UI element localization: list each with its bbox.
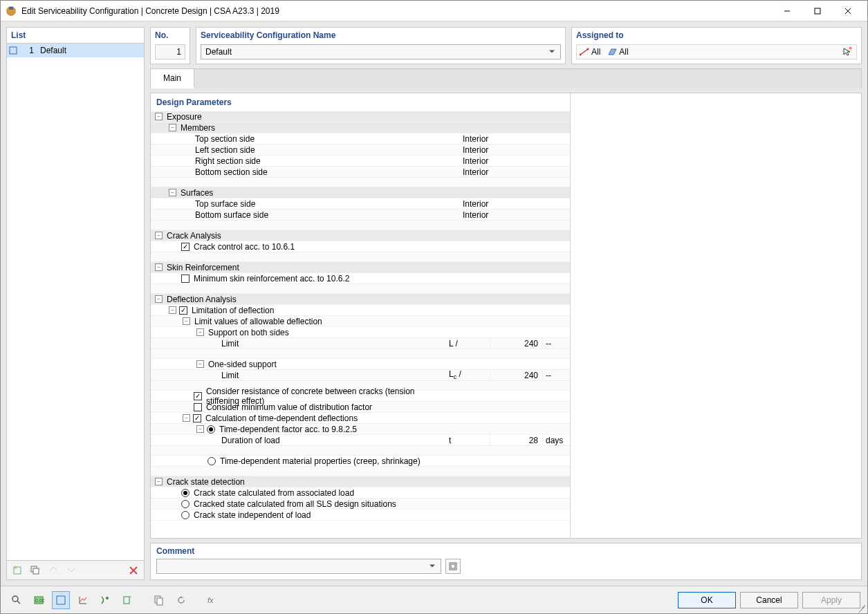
- tab-main[interactable]: Main: [151, 69, 194, 89]
- crack-control-label: Crack control acc. to 10.6.1: [192, 242, 448, 252]
- collapse-icon[interactable]: −: [169, 124, 176, 131]
- td-material-row[interactable]: Time-dependent material properties (cree…: [151, 456, 570, 467]
- svg-point-28: [106, 597, 109, 599]
- collapse-icon[interactable]: −: [183, 414, 190, 422]
- limit-both-row[interactable]: Limit L / 240 --: [151, 338, 570, 349]
- member-value: Interior: [462, 134, 542, 144]
- limit-value[interactable]: 240: [490, 339, 542, 348]
- bottom-bar: 0,00 fx OK Cancel Apply: [1, 586, 867, 613]
- limit-value[interactable]: 240: [490, 371, 542, 380]
- tension-stiff-row[interactable]: Consider resistance of concrete between …: [151, 391, 570, 402]
- td-factor-row[interactable]: − Time-dependent factor acc. to 9.8.2.5: [151, 424, 570, 435]
- min-dist-factor-row[interactable]: Consider minimum value of distribution f…: [151, 402, 570, 413]
- no-field[interactable]: 1: [155, 44, 185, 59]
- view-icon[interactable]: [52, 591, 70, 609]
- exposure-node[interactable]: − Exposure: [151, 111, 570, 122]
- member-row[interactable]: Bottom section sideInterior: [151, 167, 570, 178]
- parameters-column: Design Parameters − Exposure − Members: [151, 93, 571, 538]
- limit-values-label: Limit values of allowable deflection: [193, 317, 448, 326]
- search-icon[interactable]: [8, 591, 26, 609]
- chart-icon[interactable]: [74, 591, 92, 609]
- units-icon[interactable]: 0,00: [30, 591, 48, 609]
- collapse-icon[interactable]: −: [155, 232, 163, 239]
- list-item[interactable]: 1 Default: [7, 44, 144, 57]
- collapse-icon[interactable]: −: [155, 113, 163, 120]
- surface-row[interactable]: Top surface sideInterior: [151, 198, 570, 210]
- list-body[interactable]: 1 Default: [6, 43, 145, 561]
- tension-stiff-checkbox[interactable]: [194, 392, 202, 400]
- deflection-analysis-node[interactable]: − Deflection Analysis: [151, 294, 570, 305]
- crack-state-node[interactable]: − Crack state detection: [151, 476, 570, 487]
- collapse-icon[interactable]: −: [155, 295, 163, 303]
- svg-marker-16: [609, 49, 616, 55]
- duration-row[interactable]: Duration of load t 28 days: [151, 435, 570, 446]
- surfaces-node[interactable]: − Surfaces: [151, 187, 570, 198]
- crack-state-radio-1[interactable]: [181, 489, 190, 497]
- crack-state-opt3[interactable]: Crack state independent of load: [151, 510, 570, 521]
- assigned-surfaces[interactable]: All: [607, 47, 628, 57]
- close-button[interactable]: [833, 1, 863, 21]
- maximize-button[interactable]: [802, 1, 833, 21]
- select-in-model-icon[interactable]: [841, 46, 853, 58]
- member-row[interactable]: Left section sideInterior: [151, 145, 570, 156]
- min-skin-checkbox[interactable]: [181, 275, 190, 283]
- assigned-members[interactable]: All: [580, 47, 600, 57]
- copy-icon[interactable]: [150, 591, 168, 609]
- td-factor-radio[interactable]: [207, 425, 215, 434]
- limitation-checkbox[interactable]: [179, 306, 187, 315]
- limit-one-row[interactable]: Limit Lc / 240 --: [151, 370, 570, 381]
- surface-row[interactable]: Bottom surface sideInterior: [151, 210, 570, 221]
- resize-grip[interactable]: [858, 604, 866, 612]
- skin-reinforcement-label: Skin Reinforcement: [165, 263, 448, 272]
- comment-edit-button[interactable]: [445, 559, 461, 574]
- td-material-radio[interactable]: [207, 457, 216, 465]
- calc-time-dep-row[interactable]: − Calculation of time-dependent deflecti…: [151, 413, 570, 424]
- support-both-row[interactable]: − Support on both sides: [151, 327, 570, 338]
- collapse-icon[interactable]: −: [196, 328, 204, 336]
- limitation-row[interactable]: − Limitation of deflection: [151, 305, 570, 316]
- apply-button[interactable]: Apply: [802, 592, 860, 608]
- collapse-icon[interactable]: −: [169, 189, 176, 196]
- right-area: No. 1 Serviceability Configuration Name …: [150, 27, 862, 580]
- comment-combo[interactable]: [156, 559, 441, 574]
- name-select[interactable]: Default: [201, 44, 561, 59]
- calc-time-dep-checkbox[interactable]: [193, 414, 201, 422]
- crack-analysis-node[interactable]: − Crack Analysis: [151, 230, 570, 241]
- crack-state-radio-3[interactable]: [181, 511, 190, 519]
- collapse-icon[interactable]: −: [155, 263, 163, 271]
- limitation-label: Limitation of deflection: [190, 306, 448, 315]
- ok-button[interactable]: OK: [678, 592, 736, 608]
- crack-control-checkbox[interactable]: [181, 243, 190, 251]
- crack-state-opt1-label: Crack state calculated from associated l…: [192, 488, 448, 498]
- collapse-icon[interactable]: −: [196, 425, 204, 433]
- limit-values-row[interactable]: − Limit values of allowable deflection: [151, 316, 570, 327]
- profile-icon[interactable]: [96, 591, 114, 609]
- reset-icon[interactable]: [172, 591, 190, 609]
- member-row[interactable]: Top section sideInterior: [151, 133, 570, 145]
- members-node[interactable]: − Members: [151, 122, 570, 133]
- member-row[interactable]: Right section sideInterior: [151, 156, 570, 167]
- collapse-icon[interactable]: −: [196, 360, 204, 368]
- cancel-button[interactable]: Cancel: [740, 592, 798, 608]
- one-sided-row[interactable]: − One-sided support: [151, 359, 570, 370]
- collapse-icon[interactable]: −: [183, 317, 190, 325]
- crack-state-opt2[interactable]: Cracked state calculated from all SLS de…: [151, 499, 570, 510]
- fx-icon[interactable]: fx: [204, 591, 222, 609]
- collapse-icon[interactable]: −: [155, 478, 163, 485]
- min-skin-reinforcement-row[interactable]: Minimum skin reinforcement acc. to 10.6.…: [151, 273, 570, 284]
- skin-reinforcement-node[interactable]: − Skin Reinforcement: [151, 262, 570, 273]
- new-item-icon[interactable]: ✶: [10, 563, 25, 578]
- min-dist-checkbox[interactable]: [194, 403, 202, 411]
- name-header: Serviceability Configuration Name: [196, 28, 565, 43]
- crack-state-radio-2[interactable]: [181, 500, 190, 508]
- minimize-button[interactable]: [772, 1, 802, 21]
- crack-control-row[interactable]: Crack control acc. to 10.6.1: [151, 241, 570, 252]
- collapse-icon[interactable]: −: [169, 306, 176, 314]
- ref-icon[interactable]: [118, 591, 136, 609]
- delete-item-icon[interactable]: [126, 563, 141, 578]
- crack-state-opt1[interactable]: Crack state calculated from associated l…: [151, 487, 570, 499]
- copy-item-icon[interactable]: [28, 563, 43, 578]
- members-label: Members: [179, 123, 448, 133]
- titlebar: Edit Serviceability Configuration | Conc…: [1, 1, 867, 21]
- duration-value[interactable]: 28: [490, 436, 542, 445]
